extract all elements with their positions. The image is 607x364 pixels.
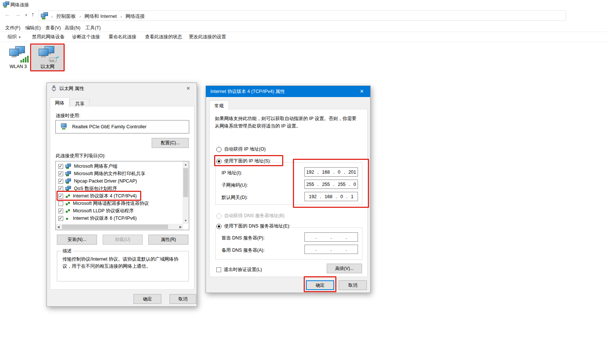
configure-button[interactable]: 配置(C)...: [152, 138, 189, 148]
preferred-dns-label: 首选 DNS 服务器(P):: [222, 235, 265, 241]
item-checkbox[interactable]: [58, 194, 63, 199]
breadcrumb-chevron-icon: ›: [120, 14, 122, 19]
window-titlebar: 网络连接: [0, 0, 607, 10]
organize-button[interactable]: 组织▼: [7, 34, 21, 40]
list-item[interactable]: Internet 协议版本 6 (TCP/IPv6): [56, 215, 182, 222]
default-gateway-field[interactable]: 192.168.0.1: [304, 192, 358, 201]
scroll-up-icon[interactable]: ▲: [183, 163, 189, 166]
subnet-mask-field[interactable]: 255.255.255.0: [304, 180, 358, 189]
ethernet-properties-dialog: 以太网 属性 ✕ 网络共享 连接时使用: Realtek PCIe GbE Fa…: [46, 83, 197, 307]
scroll-right-icon[interactable]: ▶: [180, 225, 182, 229]
client-service-icon: [65, 178, 72, 184]
command-bar: 组织▼ 禁用此网络设备 诊断这个连接 重命名此连接 查看此连接的状态 更改此连接…: [0, 32, 607, 42]
ipv4-intro-text: 如果网络支持此功能，则可以获取自动指派的 IP 设置。否则，你需要从网络系统管理…: [215, 115, 360, 130]
radio-auto-ip-label: 自动获得 IP 地址(O): [224, 146, 266, 152]
ipv4-dialog-close-icon[interactable]: ✕: [353, 86, 370, 97]
breadcrumb: › 控制面板 › 网络和 Internet › 网络连接: [51, 13, 145, 20]
address-bar[interactable]: › 控制面板 › 网络和 Internet › 网络连接: [38, 10, 566, 21]
list-item-ipv4[interactable]: Internet 协议版本 4 (TCP/IPv4): [56, 192, 182, 200]
item-checkbox[interactable]: [58, 209, 63, 213]
vertical-scrollbar[interactable]: ▲ ▼: [183, 161, 189, 224]
tab-general[interactable]: 常规: [209, 100, 229, 110]
ipv4-ok-button[interactable]: 确定: [306, 280, 334, 290]
scroll-down-icon[interactable]: ▼: [183, 219, 189, 222]
menu-file[interactable]: 文件(F): [4, 24, 22, 32]
tab-network[interactable]: 网络: [50, 97, 70, 107]
radio-manual-ip-label: 使用下面的 IP 地址(S):: [224, 158, 271, 164]
item-label: Microsoft 网络客户端: [74, 163, 117, 170]
disable-device-button[interactable]: 禁用此网络设备: [32, 34, 65, 40]
horizontal-scroll-thumb[interactable]: [62, 225, 168, 229]
validate-settings-checkbox[interactable]: 退出时验证设置(L): [216, 267, 262, 273]
scroll-left-icon[interactable]: ◀: [57, 225, 59, 229]
validate-settings-label: 退出时验证设置(L): [224, 267, 262, 273]
advanced-button[interactable]: 高级(V)...: [327, 264, 362, 273]
install-button[interactable]: 安装(N)...: [57, 235, 97, 245]
breadcrumb-network-connections[interactable]: 网络连接: [126, 13, 145, 20]
description-text: 传输控制协议/Internet 协议。该协议是默认的广域网络协议，用于在不同的相…: [62, 256, 184, 270]
vertical-scroll-thumb[interactable]: [183, 168, 188, 197]
ip-address-label: IP 地址(I):: [222, 170, 242, 176]
radio-icon[interactable]: [216, 147, 222, 152]
properties-button[interactable]: 属性(R): [148, 235, 188, 245]
radio-manual-dns[interactable]: 使用下面的 DNS 服务器地址(E):: [216, 223, 292, 229]
network-connections-window: 网络连接 ← → ▼ ↑ › 控制面板 › 网络和 Internet › 网络连…: [0, 0, 607, 364]
menu-edit[interactable]: 编辑(E): [24, 24, 42, 32]
ip-address-field[interactable]: 192.168.0.201: [304, 167, 358, 177]
diagnose-connection-button[interactable]: 诊断这个连接: [72, 34, 100, 40]
components-listbox[interactable]: Microsoft 网络客户端 Microsoft 网络的文件和打印机共享 Np…: [55, 161, 189, 230]
ipv4-cancel-button[interactable]: 取消: [339, 280, 367, 290]
item-checkbox[interactable]: [58, 171, 63, 176]
breadcrumb-network-icon: [41, 12, 48, 20]
alternate-dns-field[interactable]: ...: [304, 245, 358, 254]
item-checkbox[interactable]: [58, 201, 63, 206]
uninstall-button: 卸载(U): [103, 235, 143, 245]
ipv4-dialog-titlebar[interactable]: Internet 协议版本 4 (TCP/IPv4) 属性 ✕: [206, 86, 370, 97]
radio-auto-ip[interactable]: 自动获得 IP 地址(O): [216, 146, 267, 152]
forward-icon[interactable]: →: [13, 11, 22, 18]
list-item[interactable]: QoS 数据包计划程序: [56, 185, 182, 192]
item-checkbox[interactable]: [58, 186, 63, 191]
radio-selected-icon[interactable]: [216, 159, 222, 164]
connection-wlan3[interactable]: WLAN 3: [4, 45, 32, 69]
navigation-bar: ← → ▼ ↑ › 控制面板 › 网络和 Internet › 网络连接: [0, 10, 607, 22]
ethernet-dialog-title: 以太网 属性: [59, 86, 84, 92]
change-settings-button[interactable]: 更改此连接的设置: [189, 34, 226, 40]
list-item[interactable]: Microsoft 网络客户端: [56, 162, 182, 170]
menu-advanced[interactable]: 高级(N): [63, 24, 82, 32]
item-label: Microsoft LLDP 协议驱动程序: [73, 208, 134, 214]
breadcrumb-network-and-internet[interactable]: 网络和 Internet: [84, 13, 117, 20]
menu-view[interactable]: 查看(V): [44, 24, 62, 32]
radio-auto-dns-label: 自动获得 DNS 服务器地址(B): [224, 213, 285, 219]
list-item[interactable]: Microsoft 网络适配器多路传送器协议: [56, 200, 182, 207]
item-checkbox[interactable]: [58, 179, 63, 184]
radio-selected-icon[interactable]: [216, 224, 222, 229]
rename-connection-button[interactable]: 重命名此连接: [109, 34, 136, 40]
item-checkbox[interactable]: [58, 164, 63, 169]
history-chevron-icon[interactable]: ▼: [25, 13, 28, 17]
preferred-dns-field[interactable]: ...: [304, 232, 358, 242]
menu-tools[interactable]: 工具(T): [84, 24, 102, 32]
subnet-mask-label: 子网掩码(U):: [222, 182, 248, 189]
description-groupbox: 描述 传输控制协议/Internet 协议。该协议是默认的广域网络协议，用于在不…: [57, 251, 189, 281]
item-checkbox[interactable]: [58, 216, 63, 221]
list-item[interactable]: Microsoft LLDP 协议驱动程序: [56, 207, 182, 215]
back-icon[interactable]: ←: [3, 11, 12, 18]
checkbox-icon[interactable]: [216, 267, 221, 272]
list-item[interactable]: Microsoft 网络的文件和打印机共享: [56, 170, 182, 177]
ethernet-cancel-button[interactable]: 取消: [169, 294, 196, 304]
horizontal-scrollbar[interactable]: ◀ ▶: [56, 224, 183, 230]
breadcrumb-control-panel[interactable]: 控制面板: [56, 13, 76, 20]
radio-disabled-icon: [216, 213, 222, 219]
ethernet-ok-button[interactable]: 确定: [133, 294, 161, 304]
connection-ethernet[interactable]: 以太网: [32, 45, 64, 70]
list-item[interactable]: Npcap Packet Driver (NPCAP): [56, 177, 182, 185]
ethernet-dialog-titlebar[interactable]: 以太网 属性 ✕: [47, 83, 197, 94]
ethernet-dialog-close-icon[interactable]: ✕: [180, 83, 197, 94]
connection-ethernet-label: 以太网: [32, 64, 64, 70]
protocol-icon: [65, 216, 71, 220]
view-status-button[interactable]: 查看此连接的状态: [145, 34, 182, 40]
up-icon[interactable]: ↑: [28, 11, 37, 18]
radio-manual-ip[interactable]: 使用下面的 IP 地址(S):: [216, 158, 272, 164]
item-label: Npcap Packet Driver (NPCAP): [74, 178, 137, 184]
